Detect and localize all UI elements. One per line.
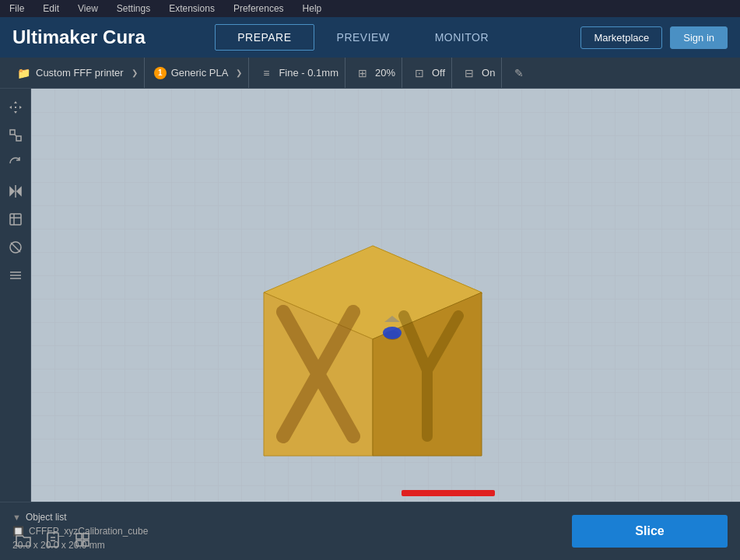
title-bar: Ultimaker Cura PREPARE PREVIEW MONITOR M… — [0, 17, 740, 58]
svg-rect-26 — [47, 533, 58, 547]
bottom-tools-center — [12, 529, 93, 551]
nav-tabs: PREPARE PREVIEW MONITOR — [215, 24, 511, 51]
quality-section[interactable]: ≡ Fine - 0.1mm — [252, 58, 345, 88]
material-name: Generic PLA — [171, 67, 229, 79]
logo: Ultimaker Cura — [12, 26, 146, 48]
slice-button[interactable]: Slice — [572, 515, 728, 548]
left-tools — [0, 89, 31, 560]
adhesion-section[interactable]: ⊟ On — [455, 58, 502, 88]
list-icon: ▼ — [12, 513, 21, 522]
adhesion-label: On — [482, 67, 495, 79]
object-list-row: ▼ Object list — [12, 512, 148, 523]
bottom-bar: ▼ Object list 🔲 CFFFP_xyzCalibration_cub… — [0, 502, 740, 560]
tool-rotate[interactable] — [3, 151, 28, 176]
settings-pencil-icon: ✎ — [511, 65, 527, 81]
tab-preview[interactable]: PREVIEW — [314, 24, 412, 51]
svg-rect-31 — [76, 541, 82, 546]
svg-rect-30 — [83, 534, 89, 539]
toolbar-bar: 📁 Custom FFF printer ❯ 1 Generic PLA ❯ ≡… — [0, 58, 740, 89]
tool-move[interactable] — [3, 95, 28, 120]
printer-arrow-icon: ❯ — [132, 68, 138, 77]
svg-point-24 — [383, 327, 402, 339]
quality-icon: ≡ — [258, 65, 274, 81]
support-icon: ⊡ — [412, 65, 427, 81]
material-section[interactable]: 1 Generic PLA ❯ — [148, 58, 250, 88]
tab-monitor[interactable]: MONITOR — [412, 24, 511, 51]
tool-mirror[interactable] — [3, 179, 28, 204]
svg-rect-0 — [10, 130, 15, 135]
folder-icon[interactable] — [12, 529, 34, 551]
svg-marker-5 — [17, 187, 21, 195]
printer-folder-icon: 📁 — [16, 65, 31, 81]
tab-prepare[interactable]: PREPARE — [215, 24, 314, 51]
svg-rect-1 — [16, 136, 21, 141]
signin-button[interactable]: Sign in — [670, 26, 728, 49]
material-badge: 1 — [154, 67, 167, 79]
svg-line-10 — [11, 243, 20, 252]
file-icon[interactable] — [42, 529, 64, 551]
menu-extensions[interactable]: Extensions — [166, 2, 218, 16]
material-arrow-icon: ❯ — [236, 68, 242, 77]
logo-text: Ultimaker Cura — [12, 26, 146, 48]
infill-icon: ⊞ — [355, 65, 370, 81]
adhesion-icon: ⊟ — [461, 65, 477, 81]
tool-layers[interactable] — [3, 263, 28, 288]
menu-settings[interactable]: Settings — [114, 2, 153, 16]
tool-support-blocker[interactable] — [3, 235, 28, 260]
svg-rect-29 — [76, 534, 82, 539]
object-list-label: Object list — [26, 512, 67, 523]
menu-view[interactable]: View — [75, 2, 101, 16]
marketplace-button[interactable]: Marketplace — [580, 26, 662, 49]
svg-rect-6 — [10, 214, 21, 225]
menu-preferences[interactable]: Preferences — [230, 2, 287, 16]
support-label: Off — [432, 67, 445, 79]
svg-rect-32 — [83, 541, 89, 546]
tool-scale[interactable] — [3, 123, 28, 148]
infill-section[interactable]: ⊞ 20% — [349, 58, 402, 88]
title-bar-right: Marketplace Sign in — [580, 26, 728, 49]
printer-name: Custom FFF printer — [36, 67, 124, 79]
menu-bar: File Edit View Settings Extensions Prefe… — [0, 0, 740, 17]
slice-area: Slice — [572, 515, 728, 548]
x-axis-line — [402, 490, 495, 496]
infill-label: 20% — [375, 67, 395, 79]
viewport[interactable] — [31, 89, 740, 560]
menu-edit[interactable]: Edit — [40, 2, 62, 16]
menu-file[interactable]: File — [6, 2, 27, 16]
svg-line-2 — [15, 135, 16, 136]
tool-per-model[interactable] — [3, 207, 28, 232]
main-area — [0, 89, 740, 560]
support-section[interactable]: ⊡ Off — [405, 58, 452, 88]
calibration-cube — [240, 230, 505, 482]
grid-icon[interactable] — [72, 529, 93, 551]
menu-help[interactable]: Help — [300, 2, 325, 16]
settings-pencil-section[interactable]: ✎ — [505, 65, 533, 81]
printer-section[interactable]: 📁 Custom FFF printer ❯ — [9, 58, 145, 88]
quality-label: Fine - 0.1mm — [279, 67, 338, 79]
svg-marker-4 — [10, 187, 14, 195]
